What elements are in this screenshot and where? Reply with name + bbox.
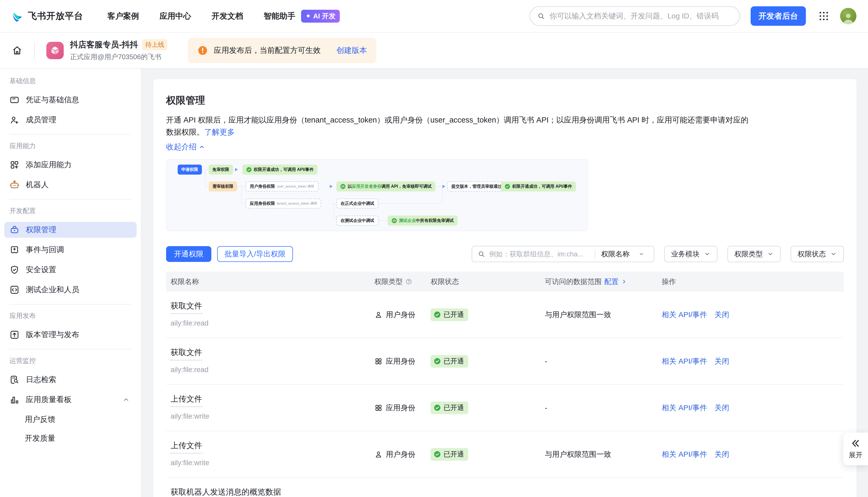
sidebar-item-日志检索[interactable]: 日志检索 [4, 372, 137, 388]
sidebar-item-事件与回调[interactable]: 事件与回调 [4, 242, 137, 258]
sidebar-item-label: 测试企业和人员 [26, 285, 79, 295]
sidebar-sub-item-用户反馈[interactable]: 用户反馈 [4, 412, 137, 427]
sidebar-item-权限管理[interactable]: 权限管理 [4, 222, 137, 238]
sidebar-item-label: 版本管理与发布 [26, 329, 79, 340]
data-scope-cell: 与用户权限范围一致 [545, 310, 662, 320]
flow-need-review-node: 需审核权限 [209, 182, 237, 191]
header-permission-name: 权限名称 [166, 277, 374, 286]
permission-type-label: 用户身份 [386, 450, 415, 459]
page-title: 权限管理 [166, 94, 844, 107]
sidebar-item-机器人[interactable]: 机器人 [4, 177, 137, 193]
nav-menu-item-2[interactable]: 开发文档 [211, 11, 243, 22]
sidebar-item-安全设置[interactable]: 安全设置 [4, 262, 137, 278]
sidebar-item-测试企业和人员[interactable]: 测试企业和人员 [4, 282, 137, 298]
main-content: 权限管理 开通 API 权限后，应用才能以应用身份（tenant_access_… [141, 69, 868, 497]
related-api-events-link[interactable]: 相关 API/事件 [662, 450, 707, 459]
permission-name-cell: 获取机器人发送消息的概览数据application:application.ap… [166, 487, 374, 497]
learn-more-link[interactable]: 了解更多 [204, 128, 235, 136]
debug-circle-icon [340, 184, 346, 189]
permission-name-cell: 上传文件aily:file:write [166, 394, 374, 422]
sidebar-item-label: 添加应用能力 [26, 160, 72, 170]
question-circle-icon[interactable] [405, 278, 412, 285]
warning-circle-icon [197, 45, 208, 56]
feishu-logo-icon [12, 10, 24, 22]
sidebar-item-凭证与基础信息[interactable]: 凭证与基础信息 [4, 92, 137, 108]
permission-type-cell: 用户身份 [374, 310, 430, 320]
flow-dev-call-node: 以应用开发者身份调用 API，免审核即可调试 [336, 182, 435, 191]
chevron-up-icon[interactable] [122, 396, 130, 403]
header-permission-status: 权限状态 [430, 277, 545, 286]
create-version-link[interactable]: 创建版本 [336, 45, 367, 56]
flow-success-node: 权限开通成功，可调用 API/事件 [243, 165, 317, 175]
collapse-intro-link[interactable]: 收起介绍 [166, 142, 205, 152]
actions-cell: 相关 API/事件关闭 [662, 310, 844, 320]
filter-dropdown-0[interactable]: 业务模块 [664, 246, 717, 262]
expand-panel-button[interactable]: 展开 [843, 432, 868, 465]
permission-type-label: 应用身份 [386, 403, 415, 413]
permission-status-cell: 已开通 [430, 355, 545, 368]
sidebar-item-成员管理[interactable]: 成员管理 [4, 112, 137, 128]
platform-title: 飞书开放平台 [28, 10, 83, 22]
nav-menu-item-1[interactable]: 应用中心 [160, 11, 191, 22]
permission-type-label: 应用身份 [386, 356, 415, 366]
page-description: 开通 API 权限后，应用才能以应用身份（tenant_access_token… [166, 114, 756, 138]
search-icon [478, 250, 485, 258]
flow-formal-debug-node: 在正式企业中调试 [336, 199, 378, 209]
sidebar-item-添加应用能力[interactable]: 添加应用能力 [4, 157, 137, 173]
related-api-events-link[interactable]: 相关 API/事件 [662, 310, 707, 320]
related-api-events-link[interactable]: 相关 API/事件 [662, 403, 707, 413]
nav-right-group: 开发者后台 [529, 6, 856, 26]
ai-dev-badge[interactable]: ✦AI 开发 [301, 10, 340, 23]
search-icon [537, 12, 545, 20]
permission-status-cell: 已开通 [430, 448, 545, 461]
chevron-down-icon [638, 251, 644, 257]
sidebar-item-应用质量看板[interactable]: 应用质量看板 [4, 392, 137, 408]
sidebar-divider [10, 349, 131, 350]
permission-name: 上传文件 [170, 440, 202, 454]
sidebar-item-版本管理与发布[interactable]: 版本管理与发布 [4, 327, 137, 343]
permission-name-cell: 获取文件aily:file:read [166, 347, 374, 375]
search-field-dropdown[interactable]: 权限名称 [595, 249, 654, 259]
sidebar: 基础信息凭证与基础信息成员管理应用能力添加应用能力机器人开发配置权限管理事件与回… [0, 69, 141, 497]
nav-menu-item-0[interactable]: 客户案例 [107, 11, 139, 22]
sidebar-section-title: 基础信息 [10, 76, 141, 85]
permission-card: 权限管理 开通 API 权限后，应用才能以应用身份（tenant_access_… [153, 79, 856, 497]
user-avatar[interactable] [840, 8, 856, 24]
permission-search-input[interactable] [489, 250, 592, 258]
close-permission-link[interactable]: 关闭 [715, 356, 729, 366]
batch-import-export-button[interactable]: 批量导入/导出权限 [217, 246, 293, 262]
table-toolbar: 开通权限 批量导入/导出权限 权限名称 业务模块权限类型权 [166, 246, 844, 262]
check-circle-icon [434, 404, 441, 411]
permission-lock-icon [10, 225, 19, 235]
status-label: 已开通 [443, 357, 464, 366]
global-search[interactable] [529, 6, 740, 26]
nav-menu: 客户案例应用中心开发文档智能助手 [107, 11, 295, 22]
close-permission-link[interactable]: 关闭 [715, 403, 729, 413]
feishu-logo[interactable]: 飞书开放平台 [12, 10, 83, 22]
status-badge: 已开通 [430, 401, 468, 414]
filter-dropdown-1[interactable]: 权限类型 [728, 246, 781, 262]
nav-menu-item-3[interactable]: 智能助手 [264, 11, 295, 22]
status-label: 已开通 [443, 403, 464, 412]
permission-status-cell: 已开通 [430, 401, 545, 414]
close-permission-link[interactable]: 关闭 [715, 310, 729, 320]
sidebar-sub-item-开发质量[interactable]: 开发质量 [4, 431, 137, 446]
scope-config-link[interactable]: 配置 [604, 277, 619, 286]
open-permission-button[interactable]: 开通权限 [166, 246, 211, 262]
event-callback-icon [10, 245, 19, 255]
data-scope-cell: - [545, 404, 662, 412]
close-permission-link[interactable]: 关闭 [715, 450, 729, 459]
permission-search[interactable]: 权限名称 [472, 246, 654, 262]
developer-console-button[interactable]: 开发者后台 [750, 6, 806, 26]
home-icon[interactable] [12, 45, 23, 56]
table-row-0: 获取文件aily:file:read用户身份已开通与用户权限范围一致相关 API… [166, 292, 844, 338]
related-api-events-link[interactable]: 相关 API/事件 [662, 356, 707, 366]
permission-name-cell: 上传文件aily:file:write [166, 440, 374, 468]
flow-submit-node: 提交版本，管理员审核通过 [447, 182, 506, 191]
search-input[interactable] [550, 12, 733, 20]
permission-name: 上传文件 [170, 394, 202, 407]
grid-9-icon[interactable] [818, 10, 830, 22]
filter-dropdown-2[interactable]: 权限状态 [790, 246, 844, 262]
flow-success-node-2: 权限开通成功，可调用 API/事件 [501, 182, 576, 191]
sidebar-divider [10, 134, 131, 134]
